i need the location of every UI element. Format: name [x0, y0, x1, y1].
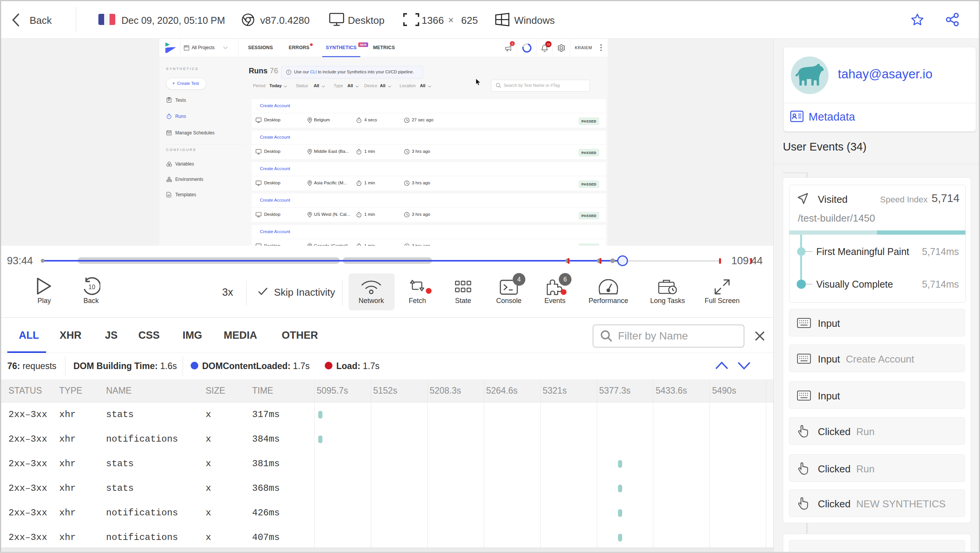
svg-text:10: 10: [88, 284, 95, 290]
